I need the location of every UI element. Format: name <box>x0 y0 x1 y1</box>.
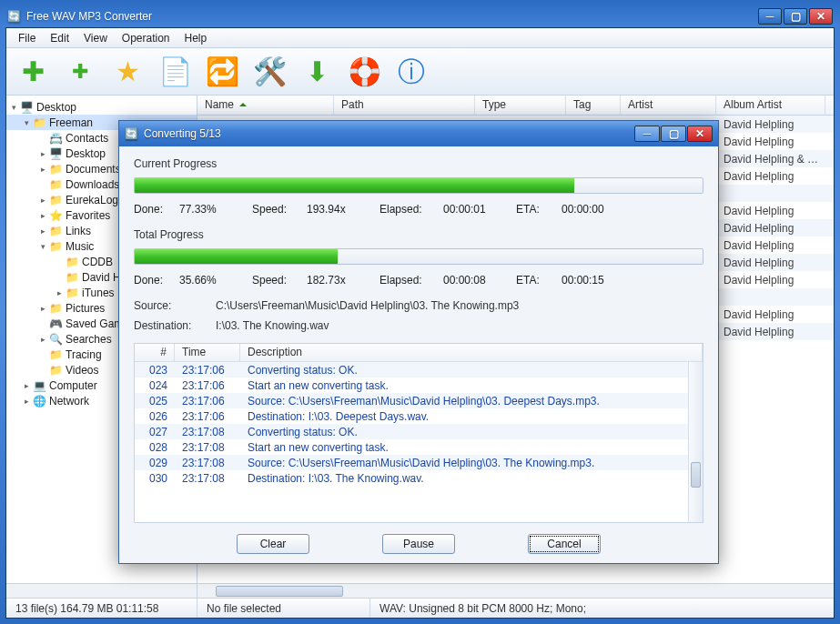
add-folder-button[interactable]: ✚ <box>61 53 99 91</box>
dest-path: I:\03. The Knowing.wav <box>216 319 703 332</box>
total-progress-label: Total Progress <box>134 228 703 241</box>
total-stats: Done:35.66% Speed:182.73x Elapsed:00:00:… <box>134 274 703 287</box>
column-header[interactable]: Name <box>197 96 334 115</box>
dest-label: Destination: <box>134 319 216 332</box>
menu-file[interactable]: File <box>12 30 42 46</box>
column-headers[interactable]: NamePathTypeTagArtistAlbum Artist <box>197 96 834 116</box>
scroll-thumb[interactable] <box>216 586 343 597</box>
dialog-icon: 🔄 <box>125 127 138 140</box>
log-scroll-thumb[interactable] <box>691 462 701 488</box>
log-row[interactable]: 02423:17:06Start an new converting task. <box>135 377 703 393</box>
menu-operation[interactable]: Operation <box>116 30 177 46</box>
column-header[interactable]: Album Artist <box>716 96 825 115</box>
help-button[interactable]: 🛟 <box>345 53 383 91</box>
minimize-button[interactable]: ─ <box>758 8 782 25</box>
status-right: WAV: Unsigned 8 bit PCM 8000 Hz; Mono; <box>370 599 834 618</box>
total-progress-bar <box>134 248 703 265</box>
status-mid: No file selected <box>197 599 370 618</box>
menu-edit[interactable]: Edit <box>44 30 76 46</box>
current-progress-bar <box>134 177 703 194</box>
column-header[interactable]: Path <box>334 96 475 115</box>
dialog-maximize-button[interactable]: ▢ <box>661 126 686 142</box>
cancel-button[interactable]: Cancel <box>528 534 601 554</box>
source-path: C:\Users\Freeman\Music\David Helpling\03… <box>216 299 703 312</box>
about-button[interactable]: ⓘ <box>392 53 430 91</box>
menu-help[interactable]: Help <box>178 30 214 46</box>
settings-button[interactable]: 🛠️ <box>250 53 288 91</box>
wav-doc-button[interactable]: 📄 <box>156 53 194 91</box>
toolbar: ✚ ✚ ★ 📄 🔁 🛠️ ⬇ 🛟 ⓘ <box>6 48 834 96</box>
source-label: Source: <box>134 299 216 312</box>
app-icon: 🔄 <box>7 10 21 23</box>
add-files-button[interactable]: ✚ <box>14 53 52 91</box>
status-left: 13 file(s) 164.79 MB 01:11:58 <box>6 599 197 618</box>
menu-view[interactable]: View <box>77 30 114 46</box>
column-header[interactable]: Type <box>475 96 566 115</box>
clear-button[interactable]: Clear <box>237 534 309 554</box>
converting-dialog: 🔄 Converting 5/13 ─ ▢ ✕ Current Progress… <box>118 120 719 564</box>
dialog-close-button[interactable]: ✕ <box>687 126 713 142</box>
log-row[interactable]: 02323:17:06Converting status: OK. <box>135 362 703 377</box>
menubar: File Edit View Operation Help <box>6 28 834 48</box>
maximize-button[interactable]: ▢ <box>784 8 807 25</box>
dialog-titlebar[interactable]: 🔄 Converting 5/13 ─ ▢ ✕ <box>119 121 718 146</box>
horizontal-scrollbar[interactable] <box>197 583 834 598</box>
log-row[interactable]: 02823:17:08Start an new converting task. <box>135 439 703 455</box>
titlebar[interactable]: 🔄 Free WAV MP3 Converter ─ ▢ ✕ <box>5 5 835 27</box>
log-row[interactable]: 03023:17:08Destination: I:\03. The Knowi… <box>135 470 703 486</box>
close-button[interactable]: ✕ <box>809 8 833 25</box>
favorites-button[interactable]: ★ <box>108 53 147 91</box>
status-bar: 13 file(s) 164.79 MB 01:11:58 No file se… <box>6 598 834 618</box>
download-button[interactable]: ⬇ <box>298 53 336 91</box>
pause-button[interactable]: Pause <box>382 534 455 554</box>
dialog-actions: Clear Pause Cancel <box>134 527 703 558</box>
dialog-title: Converting 5/13 <box>144 127 221 140</box>
current-progress-label: Current Progress <box>134 157 703 170</box>
current-stats: Done:77.33% Speed:193.94x Elapsed:00:00:… <box>134 203 703 216</box>
tree-item[interactable]: ▾🖥️Desktop <box>6 99 197 115</box>
log-header[interactable]: # Time Description <box>135 344 703 362</box>
convert-button[interactable]: 🔁 <box>203 53 241 91</box>
log-row[interactable]: 02723:17:08Converting status: OK. <box>135 424 703 439</box>
app-title: Free WAV MP3 Converter <box>26 10 152 23</box>
log-rows[interactable]: 02323:17:06Converting status: OK.02423:1… <box>135 362 703 522</box>
dialog-minimize-button[interactable]: ─ <box>634 126 660 142</box>
log-row[interactable]: 02523:17:06Source: C:\Users\Freeman\Musi… <box>135 393 703 408</box>
log-row[interactable]: 02623:17:06Destination: I:\03. Deepest D… <box>135 408 703 424</box>
log-scrollbar[interactable] <box>688 362 703 522</box>
column-header[interactable]: Tag <box>566 96 621 115</box>
column-header[interactable]: Artist <box>621 96 716 115</box>
log-row[interactable]: 02923:17:08Source: C:\Users\Freeman\Musi… <box>135 455 703 470</box>
log-panel: # Time Description 02323:17:06Converting… <box>134 343 703 523</box>
